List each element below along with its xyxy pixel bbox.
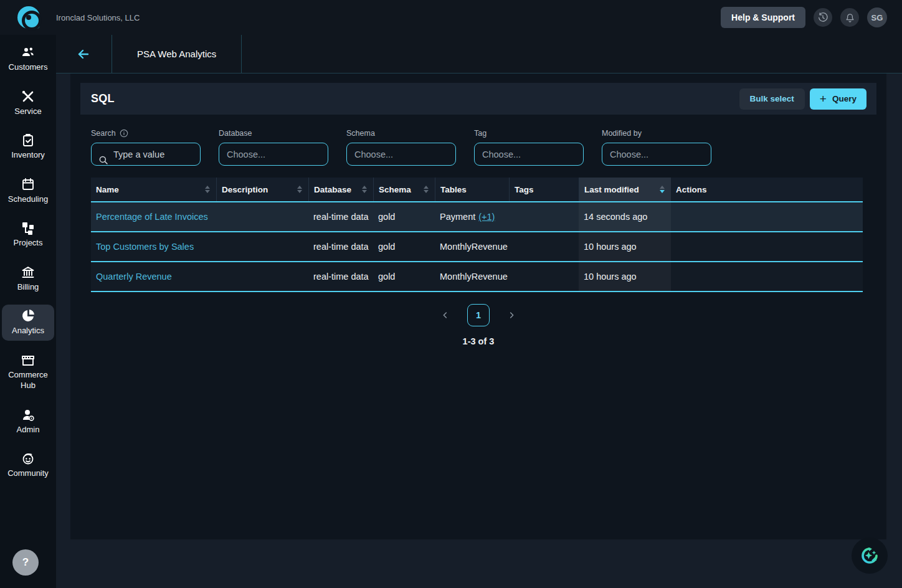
page-title: SQL xyxy=(91,92,115,105)
sidebar-item-label: Customers xyxy=(9,62,48,73)
modified-by-select[interactable] xyxy=(602,143,711,166)
back-button[interactable] xyxy=(76,35,91,73)
tab-psa-web-analytics[interactable]: PSA Web Analytics xyxy=(112,35,242,73)
cell-schema: gold xyxy=(373,202,435,231)
notifications-button[interactable] xyxy=(840,8,859,27)
sort-icon-desc[interactable] xyxy=(660,186,666,193)
schema-select[interactable] xyxy=(346,143,456,166)
analytics-icon xyxy=(21,308,36,323)
chevron-right-icon xyxy=(506,310,516,320)
column-header-description[interactable]: Description xyxy=(216,178,308,201)
cell-tags xyxy=(509,232,579,261)
column-header-tables[interactable]: Tables xyxy=(435,178,509,201)
filter-label: Search xyxy=(91,129,116,138)
sidebar-item-label: Inventory xyxy=(11,149,44,161)
sort-icon[interactable] xyxy=(205,186,211,193)
customers-icon xyxy=(21,45,36,60)
sidebar-item-admin[interactable]: Admin xyxy=(2,404,54,440)
table-row[interactable]: Percentage of Late Invoices real-time da… xyxy=(91,202,863,232)
column-header-schema[interactable]: Schema xyxy=(373,178,435,201)
cell-database: real-time data xyxy=(308,202,373,231)
cell-last-modified: 14 seconds ago xyxy=(579,202,671,231)
cell-description xyxy=(216,262,308,291)
billing-icon xyxy=(21,265,36,280)
community-icon xyxy=(21,451,36,466)
inventory-icon xyxy=(21,133,36,148)
table-row[interactable]: Top Customers by Sales real-time data go… xyxy=(91,232,863,262)
table-row[interactable]: Quarterly Revenue real-time data gold Mo… xyxy=(91,262,863,292)
sidebar-item-commerce-hub[interactable]: Commerce Hub xyxy=(2,349,54,396)
help-support-button[interactable]: Help & Support xyxy=(721,7,805,28)
database-select[interactable] xyxy=(219,143,328,166)
previous-page-button[interactable] xyxy=(440,310,450,320)
column-header-last-modified[interactable]: Last modified xyxy=(579,178,671,201)
top-bar-actions: Help & Support SG xyxy=(721,7,887,28)
sidebar-item-label: Projects xyxy=(14,237,43,249)
sidebar-item-inventory[interactable]: Inventory xyxy=(2,129,54,165)
bell-icon xyxy=(845,12,855,23)
query-name-link[interactable]: Percentage of Late Invoices xyxy=(96,212,208,222)
sidebar-item-label: Billing xyxy=(17,282,39,293)
service-icon xyxy=(21,89,36,104)
query-name-link[interactable]: Top Customers by Sales xyxy=(96,242,194,252)
sidebar-item-billing[interactable]: Billing xyxy=(2,261,54,297)
sort-icon[interactable] xyxy=(362,186,368,193)
help-fab-button[interactable]: ? xyxy=(12,549,39,576)
column-header-database[interactable]: Database xyxy=(308,178,373,201)
commerce-hub-icon xyxy=(21,353,36,368)
app-logo-icon[interactable] xyxy=(17,6,40,29)
pagination-range: 1-3 of 3 xyxy=(70,336,886,346)
filter-label: Modified by xyxy=(602,129,711,138)
cell-tables: MonthlyRevenue xyxy=(435,232,509,261)
sidebar-item-scheduling[interactable]: Scheduling xyxy=(2,173,54,209)
user-avatar[interactable]: SG xyxy=(867,7,887,27)
sort-icon[interactable] xyxy=(424,186,430,193)
section-header: SQL Bulk select + Query xyxy=(80,83,876,115)
filter-schema: Schema xyxy=(346,129,456,166)
cell-database: real-time data xyxy=(308,262,373,291)
page-number-button[interactable]: 1 xyxy=(467,304,490,326)
table-header-row: Name Description Database Schema Tables xyxy=(91,178,863,202)
history-button[interactable] xyxy=(814,8,832,27)
query-name-link[interactable]: Quarterly Revenue xyxy=(96,272,172,282)
cell-schema: gold xyxy=(373,232,435,261)
cell-actions xyxy=(671,202,863,231)
tag-select[interactable] xyxy=(474,143,584,166)
bulk-select-button[interactable]: Bulk select xyxy=(739,88,805,110)
column-header-name[interactable]: Name xyxy=(91,178,216,201)
filter-modified-by: Modified by xyxy=(602,129,711,166)
cell-database: real-time data xyxy=(308,232,373,261)
search-icon xyxy=(98,154,109,166)
sidebar-item-label: Admin xyxy=(17,424,40,435)
sidebar-item-label: Analytics xyxy=(12,325,44,336)
cell-actions xyxy=(671,262,863,291)
cell-last-modified: 10 hours ago xyxy=(579,262,671,291)
sidebar-item-customers[interactable]: Customers xyxy=(2,41,54,77)
column-header-tags[interactable]: Tags xyxy=(509,178,579,201)
query-button[interactable]: + Query xyxy=(810,88,866,110)
sidebar-item-label: Community xyxy=(7,468,49,479)
tables-more-link[interactable]: (+1) xyxy=(478,212,495,222)
sidebar-item-analytics[interactable]: Analytics xyxy=(2,305,54,341)
sidebar-item-service[interactable]: Service xyxy=(2,85,54,121)
top-bar: Ironclad Solutions, LLC Help & Support S… xyxy=(0,0,902,35)
query-button-label: Query xyxy=(832,94,857,103)
pagination: 1 xyxy=(70,304,886,326)
filter-row: Search Databas xyxy=(91,129,886,166)
sort-icon[interactable] xyxy=(297,186,303,193)
sidebar-item-projects[interactable]: Projects xyxy=(2,217,54,253)
cell-schema: gold xyxy=(373,262,435,291)
sidebar-item-community[interactable]: Community xyxy=(2,447,54,483)
admin-icon xyxy=(21,407,36,422)
column-header-actions: Actions xyxy=(671,178,863,201)
main-region: PSA Web Analytics SQL Bulk select + Quer… xyxy=(56,35,902,588)
scheduling-icon xyxy=(21,177,36,192)
chevron-left-icon xyxy=(440,310,450,320)
cell-tags xyxy=(509,202,579,231)
cell-description xyxy=(216,232,308,261)
cell-tables: MonthlyRevenue xyxy=(435,262,509,291)
ai-assistant-button[interactable] xyxy=(852,538,888,574)
next-page-button[interactable] xyxy=(506,310,516,320)
info-icon[interactable] xyxy=(120,129,128,138)
sidebar-item-label: Scheduling xyxy=(8,194,48,205)
